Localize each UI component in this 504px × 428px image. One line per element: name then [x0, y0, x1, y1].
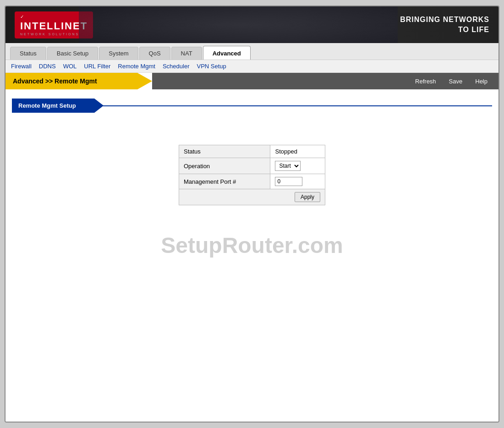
logo-check-icon: ✓ — [20, 14, 24, 19]
breadcrumb: Advanced >> Remote Mgmt — [5, 73, 152, 89]
header-tagline: Bringing Networks To Life — [400, 15, 489, 35]
save-button[interactable]: Save — [447, 76, 465, 87]
refresh-button[interactable]: Refresh — [413, 76, 438, 87]
tab-nat[interactable]: NAT — [171, 47, 202, 60]
operation-value: Start Stop — [270, 158, 325, 174]
sub-nav: Firewall DDNS WOL URL Filter Remote Mgmt… — [5, 60, 499, 73]
nav-tabs: Status Basic Setup System QoS NAT Advanc… — [5, 43, 499, 60]
apply-cell: Apply — [179, 189, 325, 205]
status-label: Status — [179, 145, 270, 158]
tab-system[interactable]: System — [99, 47, 138, 60]
port-label: Management Port # — [179, 174, 270, 189]
operation-select[interactable]: Start Stop — [275, 161, 301, 171]
port-input[interactable] — [275, 177, 302, 186]
port-value — [270, 174, 325, 189]
status-row: Status Stopped — [179, 145, 325, 158]
sub-nav-url-filter[interactable]: URL Filter — [84, 63, 110, 70]
header-map-bg — [79, 6, 398, 43]
section-divider — [99, 105, 492, 106]
sub-nav-ddns[interactable]: DDNS — [39, 63, 56, 70]
sub-nav-vpn-setup[interactable]: VPN Setup — [197, 63, 226, 70]
watermark: SetupRouter.com — [12, 205, 492, 285]
sub-nav-scheduler[interactable]: Scheduler — [163, 63, 190, 70]
tab-qos[interactable]: QoS — [139, 47, 170, 60]
form-wrapper: Status Stopped Operation Start Stop — [12, 145, 492, 205]
operation-label: Operation — [179, 158, 270, 174]
sub-nav-remote-mgmt[interactable]: Remote Mgmt — [118, 63, 155, 70]
tab-basic-setup[interactable]: Basic Setup — [47, 47, 98, 60]
apply-row: Apply — [179, 189, 325, 205]
header: ✓ INTELLINET NETWORK SOLUTIONS Bringing … — [5, 6, 499, 43]
status-value: Stopped — [270, 145, 325, 158]
sub-nav-firewall[interactable]: Firewall — [11, 63, 32, 70]
action-buttons: Refresh Save Help — [152, 73, 499, 89]
action-bar: Advanced >> Remote Mgmt Refresh Save Hel… — [5, 73, 499, 89]
operation-row: Operation Start Stop — [179, 158, 325, 174]
router-frame: ✓ INTELLINET NETWORK SOLUTIONS Bringing … — [5, 5, 499, 423]
remote-mgmt-form: Status Stopped Operation Start Stop — [179, 145, 325, 205]
tab-status[interactable]: Status — [10, 47, 46, 60]
section-header: Remote Mgmt Setup — [12, 99, 492, 113]
main-content: Status Stopped Operation Start Stop — [5, 113, 499, 422]
section-title: Remote Mgmt Setup — [12, 99, 104, 113]
port-row: Management Port # — [179, 174, 325, 189]
logo-sub: NETWORK SOLUTIONS — [20, 33, 79, 36]
apply-button[interactable]: Apply — [295, 192, 320, 202]
help-button[interactable]: Help — [473, 76, 489, 87]
sub-nav-wol[interactable]: WOL — [63, 63, 77, 70]
logo-text: INTELLINET — [20, 20, 88, 32]
tab-advanced[interactable]: Advanced — [203, 46, 251, 60]
